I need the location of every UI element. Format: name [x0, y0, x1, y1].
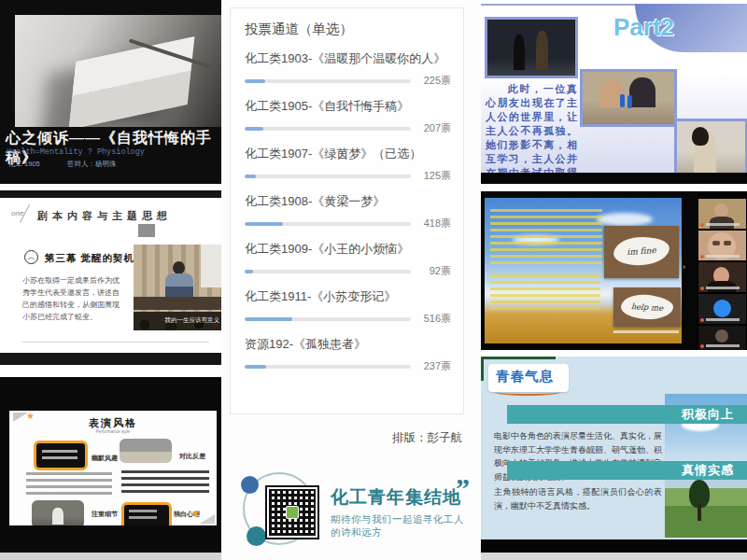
slide-confession-cover: 心之倾诉——《自我忏悔的手稿》 Health=Mentality ? Physi… [0, 0, 221, 184]
meeting-screenshot: im fine help me › ▲ [481, 191, 747, 350]
poll-option-7[interactable]: 资源192-《孤独患者》 237票 [245, 336, 451, 373]
poll-progress-fill [245, 270, 253, 273]
photo-desk-profile [674, 119, 747, 175]
photo-hallway [485, 17, 578, 78]
presenter-label: 答辩人：杨明珠 [67, 160, 117, 169]
poll-vote-count: 418票 [424, 217, 451, 231]
footer-banner: 化工青年集结地 ” 期待你与我们一起追寻化工人的诗和远方 [233, 465, 472, 556]
banner-subtitle: 期待你与我们一起追寻化工人的诗和远方 [331, 513, 472, 539]
green-accent [481, 357, 484, 381]
poll-option-4[interactable]: 化工类1908-《黄梁一梦》 418票 [245, 193, 451, 231]
qr-code [265, 485, 319, 539]
banner-title: 化工青年集结地 [331, 485, 461, 510]
paragraph-placeholder [26, 472, 112, 497]
part2-body: 此时，一位真心朋友出现在了主人公的世界里，让主人公不再孤独。她们形影不离，相互学… [486, 82, 577, 184]
cloud-shape [597, 213, 653, 226]
style-label-3: 注重细节 [92, 510, 118, 519]
part2-title: Part2 [613, 13, 674, 42]
star-icon: ★ [191, 508, 200, 518]
poll-option-6[interactable]: 化工类1911-《小苏变形记》 516票 [245, 288, 451, 326]
speaker-head [173, 261, 185, 274]
blue-dot-decor [241, 476, 259, 494]
player-bottom-strip [481, 553, 747, 560]
clip-thumbnail-humor [34, 441, 88, 470]
slide-script-theme: one 剧本内容与主题思想 ︿ 第三幕 觉醒的契机 小苏在取得一定成果后作为优秀… [0, 187, 221, 367]
slide-text-placeholder [490, 209, 602, 267]
poll-option-label: 资源192-《孤独患者》 [245, 336, 451, 353]
participant-video-3 [698, 262, 746, 292]
poll-progress-fill [245, 127, 263, 131]
shared-slide-mountain: im fine help me [485, 198, 682, 343]
performance-slide: ★ 表演风格 Performance style 幽默风趣 对比反差 注重细节 … [9, 411, 217, 525]
thumb-text-placeholder [42, 450, 78, 461]
poll-option-1[interactable]: 化工类1903-《温暖那个温暖你的人》 225票 [245, 50, 451, 88]
projector-screen [201, 245, 221, 287]
participants-sidebar: ▲ [698, 191, 747, 350]
thumb-text-placeholder [129, 510, 157, 521]
participant-video-1 [698, 199, 746, 229]
poll-vote-count: 225票 [424, 74, 451, 88]
slide-title: 剧本内容与主题思想 [37, 209, 172, 223]
desk [134, 297, 221, 310]
poll-option-label: 化工类1907-《绿茵梦》（已选） [245, 146, 451, 162]
poll-vote-count: 207票 [424, 121, 451, 135]
player-bottom-strip [0, 553, 221, 560]
photo-studying [580, 69, 677, 127]
poll-option-5[interactable]: 化工类1909-《小王的小烦恼》 92票 [245, 241, 451, 278]
poll-option-label: 化工类1908-《黄梁一梦》 [245, 193, 451, 210]
paragraph-placeholder [121, 470, 209, 493]
poll-vote-count: 237票 [424, 359, 451, 373]
slide-title: 表演风格 [9, 416, 217, 430]
photo-note-help-me: help me [613, 287, 681, 327]
video-caption: 我的一生应该有意义 [165, 316, 220, 325]
letterbox-bottom [481, 539, 747, 553]
youth-slide: 青春气息 积极向上 电影中各角色的表演尽量生活化、真实化，展现华东理工大学学生青… [481, 357, 747, 539]
body-sincere: 主角独特的语言风格，搭配演员们会心的表演，幽默中不乏真情实感。 [494, 485, 662, 512]
quote-mark: ” [456, 472, 470, 504]
sidebar-collapse-handle[interactable]: › [683, 262, 685, 272]
banner-positive: 积极向上 [507, 405, 747, 424]
layout-credit: 排版：彭子航 [230, 430, 462, 446]
clip-thumbnail-contrast [120, 439, 172, 463]
paper-note: help me [620, 294, 673, 321]
poll-option-2[interactable]: 化工类1905-《自我忏悔手稿》 207票 [245, 98, 451, 135]
slide-subtitle: Performance style [9, 429, 217, 434]
participant-video-5 [698, 326, 746, 350]
poll-option-label: 化工类1909-《小王的小烦恼》 [245, 241, 451, 258]
poll-progress-fill [245, 79, 265, 83]
video-letterbox-bottom [0, 353, 221, 365]
class-label: 化工 1905 [8, 160, 40, 169]
classroom-video-thumbnail: 我的一生应该有意义 [134, 245, 221, 330]
participant-video-2 [698, 231, 746, 260]
video-letterbox-top [0, 190, 221, 198]
poll-vote-count: 92票 [430, 264, 451, 278]
decor-square [138, 224, 155, 237]
figure-shape [52, 508, 63, 525]
poll-progress-fill [245, 222, 283, 226]
slide-performance-style: ★ 表演风格 Performance style 幽默风趣 对比反差 注重细节 … [0, 370, 221, 560]
teal-dot-decor [247, 526, 266, 546]
poll-progress-track [245, 270, 411, 273]
style-label-2: 对比反差 [179, 452, 205, 461]
photo-note-im-fine: im fine [604, 226, 679, 278]
poll-progress-fill [245, 317, 292, 321]
poll-progress-track [245, 365, 411, 369]
poll-vote-count: 516票 [424, 312, 451, 326]
poll-option-3[interactable]: 化工类1907-《绿茵梦》（已选） 125票 [245, 146, 451, 183]
footer-rule [22, 342, 209, 343]
clip-thumbnail-monologue [121, 502, 172, 525]
participant-video-4 [698, 294, 746, 324]
voting-panel: 投票通道（单选） 化工类1903-《温暖那个温暖你的人》 225票 化工类190… [230, 7, 464, 414]
collage-canvas: 心之倾诉——《自我忏悔的手稿》 Health=Mentality ? Physi… [0, 0, 747, 560]
paper-plane-decor [200, 514, 215, 524]
section-body: 小苏在取得一定成果后作为优秀学生代表受邀发言，讲述自己的感悟和转变，从侧面展现小… [22, 274, 125, 323]
poll-progress-fill [245, 175, 256, 178]
poll-progress-track [245, 317, 411, 321]
slide-youth-vibe: 青春气息 积极向上 电影中各角色的表演尽量生活化、真实化，展现华东理工大学学生青… [481, 355, 747, 560]
poll-progress-fill [245, 365, 266, 369]
poll-progress-track [245, 222, 411, 226]
section-bullet-icon: ︿ [24, 250, 38, 264]
open-book-shape [69, 36, 195, 127]
slide-subtitle: Health=Mentality ? Physiology [7, 147, 145, 157]
clip-thumbnail-detail [32, 500, 84, 525]
